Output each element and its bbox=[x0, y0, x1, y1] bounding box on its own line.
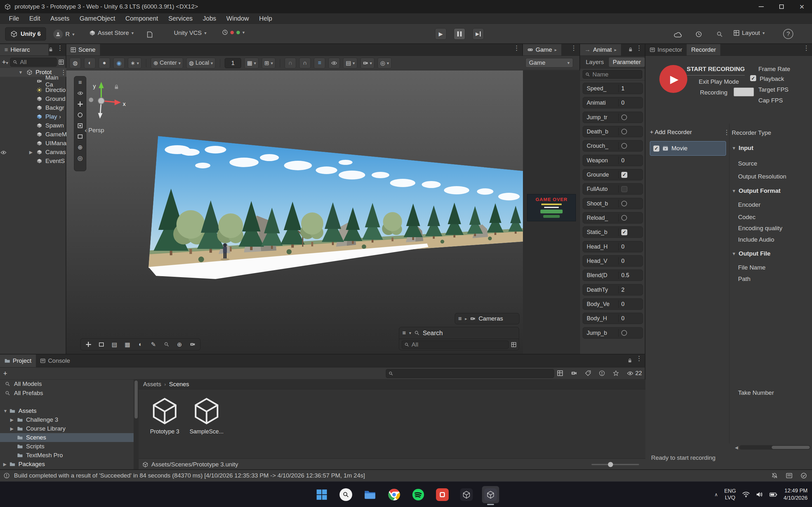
close-button[interactable]: × bbox=[792, 0, 812, 13]
start-button[interactable] bbox=[313, 486, 330, 503]
expand-icon[interactable]: ▸ bbox=[465, 316, 467, 321]
wifi-icon[interactable] bbox=[742, 492, 750, 498]
snap-increment-dropdown[interactable]: ⊞▾ bbox=[262, 58, 275, 68]
hierarchy-item[interactable]: Spawn bbox=[0, 121, 66, 130]
gizmo-y-arrow[interactable] bbox=[99, 82, 104, 88]
recorder-list-menu-icon[interactable]: ⋮ bbox=[721, 128, 732, 136]
recorder-enabled-checkbox[interactable]: ✓ bbox=[653, 146, 659, 152]
grid-size-field[interactable]: 1 bbox=[225, 58, 241, 68]
magnet-snap-icon[interactable]: ∩ bbox=[299, 58, 311, 68]
orientation-dropdown[interactable]: ◍ Local▾ bbox=[186, 58, 215, 68]
status-message[interactable]: Build completed with a result of 'Succee… bbox=[14, 472, 365, 479]
game-display-dropdown[interactable]: Game▾ bbox=[525, 58, 573, 67]
help-button[interactable]: ? bbox=[783, 29, 793, 39]
menu-assets[interactable]: Assets bbox=[46, 14, 74, 23]
tab-game[interactable]: Game ▸ bbox=[523, 44, 561, 55]
parameter-value-field[interactable]: 0 bbox=[621, 258, 624, 265]
scene-viewport[interactable]: ≡ ⊕ ◎ y x ‹ Persp bbox=[66, 70, 523, 354]
menu-help[interactable]: Help bbox=[255, 14, 277, 23]
animator-parameter[interactable]: Body_Ve0 bbox=[582, 298, 643, 310]
package-manager-icon[interactable] bbox=[147, 31, 153, 38]
menu-services[interactable]: Services bbox=[164, 14, 197, 23]
bool-checkbox[interactable]: ✓ bbox=[621, 186, 627, 192]
scrollbar-thumb[interactable] bbox=[772, 446, 810, 449]
tab-animator[interactable]: → Animat ▸ bbox=[580, 44, 621, 55]
gizmo-x-arrow[interactable] bbox=[114, 100, 121, 105]
parameter-value-field[interactable]: 0 bbox=[621, 301, 624, 307]
battery-icon[interactable] bbox=[769, 493, 777, 497]
pivot-dropdown[interactable]: ⊕ Center▾ bbox=[151, 58, 183, 68]
favorite-all-prefabs[interactable]: All Prefabs bbox=[0, 389, 134, 398]
parameter-value-field[interactable]: 0 bbox=[621, 100, 624, 106]
play-button[interactable]: ▶ bbox=[435, 28, 447, 40]
move-tool-icon[interactable] bbox=[83, 339, 94, 350]
anchor-tool-icon[interactable]: ⊕ bbox=[173, 339, 185, 350]
cloud-services-icon[interactable] bbox=[674, 31, 682, 38]
file-explorer-icon[interactable] bbox=[361, 486, 378, 503]
tab-hierarchy[interactable]: ≡Hierarc bbox=[0, 44, 49, 55]
transform-tool-icon[interactable]: ⊕ bbox=[74, 142, 86, 153]
collapse-icon[interactable]: ▾ bbox=[409, 330, 411, 335]
overlay-handle-icon[interactable]: ≡ bbox=[458, 315, 462, 322]
prefab-open-arrow[interactable]: › bbox=[59, 113, 61, 120]
animator-parameter[interactable]: Grounde✓ bbox=[582, 169, 643, 180]
save-search-star-icon[interactable] bbox=[613, 370, 619, 376]
recorder-setting-foldout[interactable]: ▼Output File bbox=[732, 250, 770, 258]
notifications-muted-icon[interactable] bbox=[771, 472, 778, 479]
effects-dropdown[interactable]: ∗▾ bbox=[128, 58, 142, 68]
project-menu-icon[interactable]: ⋮ bbox=[633, 354, 645, 367]
lock-icon[interactable] bbox=[49, 47, 53, 52]
animator-parameter[interactable]: FullAuto✓ bbox=[582, 183, 643, 195]
parameter-value-field[interactable]: 0 bbox=[621, 315, 624, 322]
pause-button[interactable] bbox=[454, 28, 465, 40]
tab-inspector[interactable]: Inspector bbox=[646, 44, 687, 55]
2d-mode-icon[interactable]: ◐ bbox=[84, 58, 96, 68]
vcs-status-dropdown[interactable]: ▾ bbox=[222, 30, 245, 35]
undo-history-icon[interactable] bbox=[696, 31, 702, 38]
create-add-button[interactable]: + bbox=[3, 370, 7, 378]
lighting-toggle-icon[interactable]: ● bbox=[99, 58, 110, 68]
tab-console[interactable]: Console bbox=[36, 354, 74, 367]
horizontal-scrollbar[interactable]: ◀ bbox=[735, 444, 810, 451]
add-recorder-button[interactable]: + Add Recorder bbox=[650, 127, 721, 137]
projection-label[interactable]: ‹ Persp bbox=[85, 127, 104, 134]
menu-component[interactable]: Component bbox=[121, 14, 162, 23]
hierarchy-item[interactable]: Ground bbox=[0, 95, 66, 103]
camera-preview-icon[interactable] bbox=[187, 339, 198, 350]
unity-version-badge[interactable]: Unity 6 bbox=[5, 27, 46, 41]
orientation-gizmo[interactable] bbox=[79, 79, 126, 126]
parameter-value-field[interactable]: 0 bbox=[621, 157, 624, 164]
animator-parameter[interactable]: DeathTy2 bbox=[582, 284, 643, 295]
search-by-label-icon[interactable] bbox=[585, 370, 591, 376]
recorder-list-item-movie[interactable]: ✓ Movie bbox=[650, 141, 726, 156]
parameter-value-field[interactable]: 0 bbox=[621, 243, 624, 250]
sphere-tool-icon[interactable]: ◐ bbox=[135, 339, 146, 350]
layout-dropdown[interactable]: Layout▾ bbox=[733, 30, 765, 37]
tray-chevron-icon[interactable]: ∧ bbox=[715, 492, 718, 498]
animator-parameter[interactable]: Weapon0 bbox=[582, 155, 643, 166]
menu-window[interactable]: Window bbox=[222, 14, 253, 23]
hierarchy-item[interactable]: ▶Canvas bbox=[0, 148, 66, 157]
unity-vcs-dropdown[interactable]: Unity VCS▾ bbox=[174, 30, 207, 37]
terrain-tool-icon[interactable]: ▤ bbox=[108, 339, 120, 350]
slider-thumb[interactable] bbox=[608, 462, 613, 467]
hierarchy-item[interactable]: EventS bbox=[0, 157, 66, 166]
tree-item-folder[interactable]: ▶Challenge 3 bbox=[0, 415, 134, 424]
scene-search-input[interactable]: All bbox=[402, 341, 509, 349]
scene-picker-icon[interactable] bbox=[59, 60, 64, 65]
animator-menu-icon[interactable]: ⋮ bbox=[633, 44, 645, 55]
animator-parameter[interactable]: Head_H0 bbox=[582, 241, 643, 252]
asset-item[interactable]: Prototype 3 bbox=[145, 396, 184, 435]
trigger-radio[interactable] bbox=[621, 201, 627, 207]
favorite-all-models[interactable]: All Models bbox=[0, 380, 134, 388]
tree-item-assets[interactable]: ▼Assets bbox=[0, 406, 134, 415]
account-dropdown[interactable]: R▾ bbox=[53, 30, 74, 39]
hierarchy-item[interactable]: Backgr bbox=[0, 103, 66, 112]
animator-parameter[interactable]: Head_V0 bbox=[582, 255, 643, 267]
recorder-menu-icon[interactable]: ⋮ bbox=[801, 44, 812, 55]
parameter-value-field[interactable]: 1 bbox=[621, 85, 624, 92]
step-button[interactable]: ▶ bbox=[472, 28, 484, 40]
tab-scene[interactable]: Scene bbox=[66, 44, 100, 55]
recorder-setting-foldout[interactable]: ▼Input bbox=[732, 144, 753, 152]
search-icon[interactable] bbox=[716, 31, 723, 38]
